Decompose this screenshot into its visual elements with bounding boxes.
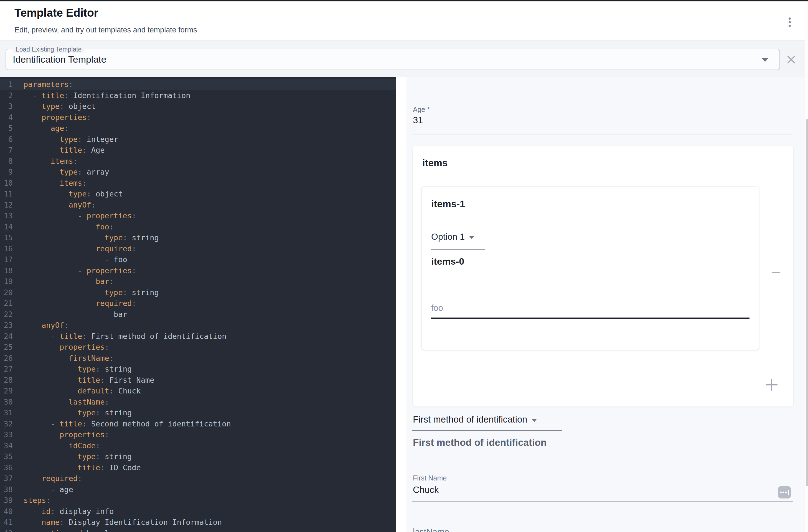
code-editor[interactable]: 1parameters:2 - title: Identification In… bbox=[0, 77, 396, 532]
code-line: 31 type: string bbox=[0, 407, 396, 418]
line-number: 36 bbox=[0, 462, 13, 473]
line-number: 29 bbox=[0, 385, 13, 397]
foo-input[interactable] bbox=[431, 303, 736, 313]
line-number: 2 bbox=[0, 90, 13, 101]
code-line: 1parameters: bbox=[0, 79, 396, 90]
line-number: 8 bbox=[0, 156, 13, 167]
page-scrollbar-track bbox=[805, 1, 808, 532]
code-line: 22 - bar bbox=[0, 309, 396, 320]
page-subtitle: Edit, preview, and try out templates and… bbox=[14, 26, 197, 34]
code-lines: 1parameters:2 - title: Identification In… bbox=[0, 79, 396, 532]
last-name-label: lastName bbox=[413, 527, 449, 532]
template-selector-band: Load Existing Template Identification Te… bbox=[0, 41, 808, 77]
item-variant-value: Option 1 bbox=[431, 232, 465, 242]
remove-item-button[interactable] bbox=[769, 265, 783, 280]
line-number: 22 bbox=[0, 309, 13, 320]
kebab-menu-icon bbox=[789, 21, 791, 23]
line-number: 33 bbox=[0, 429, 13, 440]
item-variant-underline bbox=[431, 249, 485, 250]
line-number: 24 bbox=[0, 331, 13, 342]
identification-method-heading: First method of identification bbox=[413, 437, 547, 448]
autofill-icon[interactable] bbox=[778, 486, 791, 498]
load-template-value: Identification Template bbox=[13, 54, 107, 65]
code-line: 41 name: Display Identification Informat… bbox=[0, 517, 396, 528]
identification-method-select[interactable]: First method of identification bbox=[413, 414, 537, 425]
line-number: 7 bbox=[0, 145, 13, 156]
page-scrollbar-thumb[interactable] bbox=[806, 119, 808, 486]
foo-field-underline bbox=[431, 318, 750, 319]
line-number: 1 bbox=[0, 79, 13, 90]
page-header: Template Editor Edit, preview, and try o… bbox=[0, 1, 808, 41]
line-number: 32 bbox=[0, 418, 13, 430]
identification-method-underline bbox=[412, 430, 562, 431]
line-number: 17 bbox=[0, 254, 13, 265]
line-number: 35 bbox=[0, 451, 13, 462]
dropdown-caret-icon bbox=[762, 58, 768, 62]
code-line: 7 title: Age bbox=[0, 145, 396, 156]
line-number: 3 bbox=[0, 101, 13, 112]
item-card: items-1 Option 1 items-0 bbox=[421, 187, 759, 350]
age-field-underline bbox=[412, 134, 793, 134]
code-line: 32 - title: Second method of identificat… bbox=[0, 418, 396, 430]
plus-icon bbox=[766, 379, 777, 391]
line-number: 21 bbox=[0, 298, 13, 309]
code-line: 30 lastName: bbox=[0, 397, 396, 407]
line-number: 27 bbox=[0, 363, 13, 375]
line-number: 34 bbox=[0, 440, 13, 451]
code-line: 40 - id: display-info bbox=[0, 506, 396, 517]
line-number: 14 bbox=[0, 222, 13, 232]
line-number: 15 bbox=[0, 232, 13, 243]
dropdown-caret-icon bbox=[532, 419, 537, 422]
line-number: 25 bbox=[0, 342, 13, 353]
code-line: 5 age: bbox=[0, 123, 396, 134]
code-line: 19 bar: bbox=[0, 276, 396, 287]
item-variant-select[interactable]: Option 1 bbox=[431, 232, 474, 242]
kebab-menu-icon bbox=[789, 17, 791, 20]
code-line: 29 default: Chuck bbox=[0, 385, 396, 397]
code-line: 38 - age bbox=[0, 484, 396, 495]
template-editor-screen: Template Editor Edit, preview, and try o… bbox=[0, 0, 808, 532]
line-number: 16 bbox=[0, 243, 13, 254]
line-number: 9 bbox=[0, 167, 13, 177]
code-line: 4 properties: bbox=[0, 112, 396, 123]
line-number: 42 bbox=[0, 528, 13, 532]
code-line: 35 type: string bbox=[0, 451, 396, 462]
first-name-label: First Name bbox=[413, 474, 447, 482]
code-line: 21 required: bbox=[0, 298, 396, 309]
first-name-underline bbox=[412, 501, 793, 501]
kebab-menu-icon bbox=[789, 25, 791, 27]
line-number: 30 bbox=[0, 397, 13, 407]
code-line: 33 properties: bbox=[0, 429, 396, 440]
age-input[interactable] bbox=[413, 115, 773, 126]
code-line: 14 foo: bbox=[0, 222, 396, 232]
first-name-input[interactable] bbox=[413, 484, 759, 495]
line-number: 31 bbox=[0, 407, 13, 418]
line-number: 20 bbox=[0, 287, 13, 298]
line-number: 13 bbox=[0, 210, 13, 222]
item-card-title: items-1 bbox=[431, 198, 465, 209]
code-line: 23 anyOf: bbox=[0, 320, 396, 331]
line-number: 38 bbox=[0, 484, 13, 495]
clear-template-button[interactable] bbox=[785, 53, 798, 66]
line-number: 19 bbox=[0, 276, 13, 287]
form-preview-panel: Age * items items-1 Option 1 items-0 bbox=[396, 77, 805, 532]
code-line: 27 type: string bbox=[0, 363, 396, 375]
code-line: 36 title: ID Code bbox=[0, 462, 396, 473]
line-number: 26 bbox=[0, 353, 13, 364]
code-line: 11 type: object bbox=[0, 188, 396, 200]
load-template-select[interactable]: Load Existing Template Identification Te… bbox=[5, 49, 780, 70]
code-line: 37 required: bbox=[0, 473, 396, 484]
identification-method-value: First method of identification bbox=[413, 414, 527, 425]
line-number: 6 bbox=[0, 134, 13, 145]
more-options-button[interactable] bbox=[783, 11, 796, 31]
code-line: 3 type: object bbox=[0, 101, 396, 112]
code-line: 13 - properties: bbox=[0, 210, 396, 222]
line-number: 10 bbox=[0, 177, 13, 189]
code-line: 16 required: bbox=[0, 243, 396, 254]
code-line: 42 action: debug:log bbox=[0, 528, 396, 532]
add-item-button[interactable] bbox=[764, 377, 780, 393]
code-line: 18 - properties: bbox=[0, 265, 396, 276]
code-line: 12 anyOf: bbox=[0, 200, 396, 211]
code-line: 17 - foo bbox=[0, 254, 396, 265]
dropdown-caret-icon bbox=[469, 236, 474, 239]
